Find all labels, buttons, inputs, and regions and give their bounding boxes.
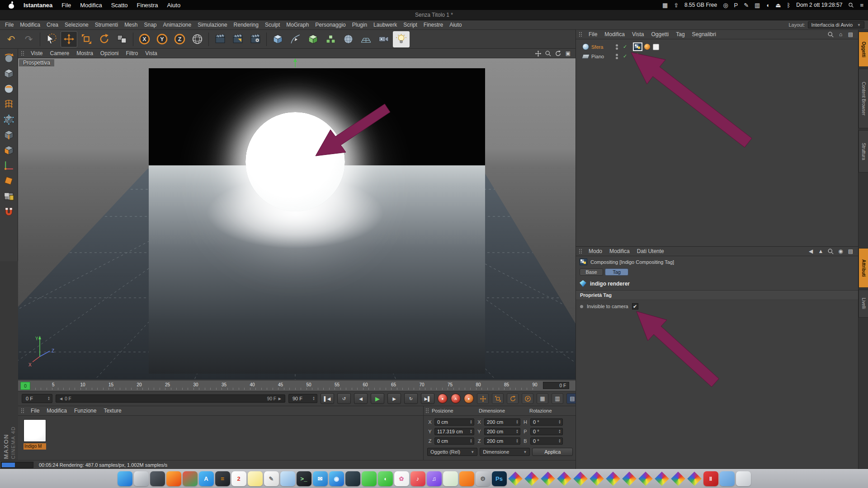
menu-sculpt[interactable]: Sculpt [262, 22, 283, 28]
scale-button[interactable] [78, 31, 95, 47]
window-titlebar[interactable]: Senza Titolo 1 * [0, 10, 868, 20]
rotate-button[interactable] [96, 31, 113, 47]
timeline-ruler[interactable]: 0 51015202530354045505560657075808590 0 … [18, 380, 576, 391]
menu-modifica[interactable]: Modifica [43, 408, 71, 414]
goto-start-button[interactable]: ▌◀ [321, 393, 334, 404]
menu-opzioni[interactable]: Opzioni [97, 50, 123, 56]
indigo-renderer-icon[interactable] [590, 471, 604, 486]
material-tag-icon[interactable] [634, 53, 640, 59]
indigo-renderer-icon[interactable] [622, 471, 637, 486]
trash-icon[interactable] [736, 471, 751, 486]
lock-y-button[interactable]: Y [154, 31, 170, 47]
search-icon[interactable] [827, 31, 835, 38]
system-preferences-icon[interactable]: ⚙ [476, 471, 491, 486]
tab-oggetti[interactable]: Oggetti [859, 32, 868, 67]
material-name[interactable]: Indigo M [24, 443, 46, 450]
stepper-icon[interactable]: ▲▼ [470, 439, 472, 443]
previous-frame-button[interactable]: ◀ [354, 393, 368, 404]
app-store-icon[interactable]: A [199, 471, 214, 486]
pen-icon[interactable]: ✎ [744, 2, 749, 9]
parallels-icon[interactable]: P [734, 2, 738, 9]
enabled-check-icon[interactable]: ✓ [623, 44, 627, 50]
stepper-icon[interactable]: ▲▼ [516, 439, 519, 443]
snap-mode-button[interactable] [2, 205, 16, 219]
photoshop-icon[interactable]: Ps [492, 471, 507, 486]
target-icon[interactable]: ◉ [837, 248, 844, 255]
tab-livelli[interactable]: Livelli [859, 290, 868, 318]
menubar-scatto[interactable]: Scatto [107, 2, 132, 9]
coord-field[interactable]: 200 cm▲▼ [484, 418, 520, 426]
app-name-menu[interactable]: Istantanea [19, 2, 57, 9]
record-keyframe-button[interactable]: ● [438, 394, 448, 404]
visibility-dots-icon[interactable] [614, 44, 619, 50]
menu-modo[interactable]: Modo [585, 248, 606, 254]
menu-rendering[interactable]: Rendering [231, 22, 262, 28]
apple-icon[interactable] [8, 2, 14, 9]
material-tag-icon[interactable] [644, 44, 650, 50]
menu-texture[interactable]: Texture [100, 408, 125, 414]
menu-mesh[interactable]: Mesh [121, 22, 141, 28]
visibility-dots-icon[interactable] [614, 54, 619, 59]
edge-mode-button[interactable] [2, 128, 16, 142]
menu-strumenti[interactable]: Strumenti [92, 22, 121, 28]
live-selection-button[interactable] [43, 31, 60, 47]
messages-icon[interactable] [362, 471, 377, 486]
model-mode-button[interactable] [2, 66, 16, 80]
keyboard-icon[interactable]: ▦ [662, 2, 668, 9]
zoom-view-icon[interactable] [544, 50, 552, 57]
stepper-icon[interactable]: ▲▼ [516, 429, 519, 434]
search-icon[interactable] [827, 248, 835, 255]
stepper-icon[interactable]: ▲▼ [312, 396, 315, 401]
menu-plugin[interactable]: Plugin [349, 22, 370, 28]
stepper-icon[interactable]: ▲▼ [558, 439, 561, 443]
safari-icon[interactable]: ◉ [329, 471, 344, 486]
stepper-icon[interactable]: ▲▼ [516, 420, 519, 424]
itunes-icon[interactable]: ♪ [410, 471, 425, 486]
add-cube-button[interactable] [269, 31, 286, 47]
menu-personaggio[interactable]: Personaggio [312, 22, 349, 28]
lock-x-button[interactable]: X [136, 31, 153, 47]
indigo-renderer-icon[interactable] [687, 471, 702, 486]
tab-struttura[interactable]: Struttura [859, 130, 868, 173]
object-name[interactable]: Piano [591, 54, 612, 59]
stepper-icon[interactable]: ▲▼ [558, 420, 561, 424]
current-frame-marker[interactable]: 0 [20, 382, 30, 390]
mission-control-icon[interactable] [150, 471, 165, 486]
goto-end-button[interactable]: ▶▌ [421, 393, 434, 404]
indigo-renderer-icon[interactable] [638, 471, 653, 486]
menubar-clock[interactable]: Dom 2 ott 19:28:57 [796, 2, 842, 8]
spotlight-icon[interactable] [848, 2, 854, 8]
loop-playback-button[interactable]: ↻ [404, 393, 418, 404]
indigo-renderer-icon[interactable] [557, 471, 572, 486]
menu-snap[interactable]: Snap [141, 22, 160, 28]
timeline-mode-icon[interactable]: ▥ [552, 393, 563, 404]
animate-scale-icon[interactable] [492, 393, 504, 404]
menu-selezione[interactable]: Selezione [61, 22, 92, 28]
firefox-icon[interactable] [166, 471, 181, 486]
make-editable-button[interactable] [2, 51, 16, 65]
start-frame-field[interactable]: 0 F▲▼ [22, 394, 52, 403]
menubar-finestra[interactable]: Finestra [132, 2, 163, 9]
autokey-button[interactable]: A [451, 394, 461, 404]
tab-attributi[interactable]: Attributi [859, 248, 868, 288]
play-forward-button[interactable]: ▶ [371, 393, 384, 404]
add-deformer-button[interactable] [340, 31, 357, 47]
point-mode-button[interactable] [2, 113, 16, 127]
disk-free-label[interactable]: 8.55 GB Free [684, 2, 717, 8]
add-camera-button[interactable] [375, 31, 392, 47]
menu-oggetti[interactable]: Oggetti [648, 31, 673, 38]
menu-filtro[interactable]: Filtro [123, 50, 142, 56]
add-spline-button[interactable] [287, 31, 304, 47]
play-backwards-button[interactable]: ↺ [337, 393, 351, 404]
menu-script[interactable]: Script [400, 22, 420, 28]
facetime-icon[interactable]: ◖ [378, 471, 393, 486]
keyframe-selection-icon[interactable]: ▦ [537, 393, 548, 404]
render-settings-button[interactable] [247, 31, 264, 47]
textedit-icon[interactable]: ✎ [264, 471, 279, 486]
coord-field[interactable]: 0 °▲▼ [530, 418, 563, 426]
panel-icon[interactable]: ▤ [847, 31, 854, 38]
tab-content-browser[interactable]: Content Browser [859, 69, 868, 128]
viewport-canvas[interactable]: Prospettiva Y Z X [18, 58, 576, 380]
redo-button[interactable]: ↷ [20, 31, 37, 47]
display-icon[interactable]: ▥ [755, 2, 760, 9]
